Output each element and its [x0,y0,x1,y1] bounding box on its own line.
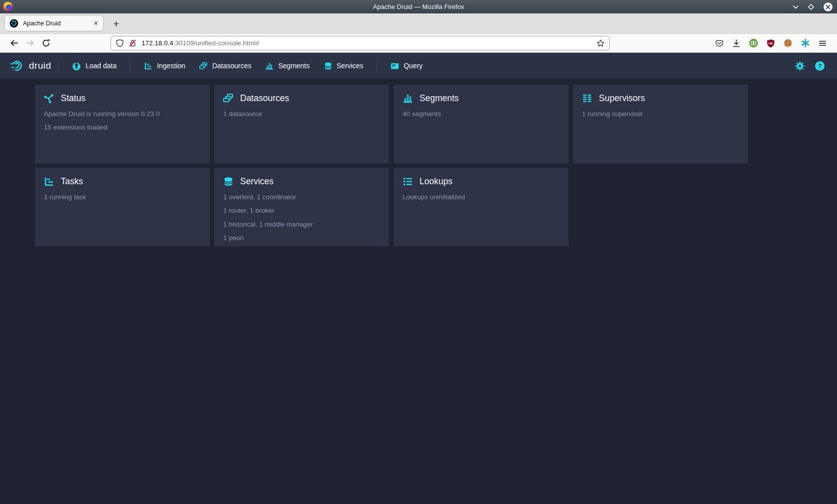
card-title: Segments [419,93,459,104]
multicolor-asterisk-icon[interactable] [801,38,810,48]
nav-item-label: Segments [278,62,309,70]
svg-text:UO: UO [769,41,773,44]
tab-favicon [9,19,18,28]
nav-item-label: Ingestion [157,62,185,70]
upload-icon [72,61,81,71]
nav-item-label: Query [404,62,422,70]
tasks-count-text: 1 running task [44,193,201,201]
stacked-bar-chart-icon [265,62,274,70]
tab-strip: Apache Druid × + [0,13,837,34]
menu-icon[interactable] [818,39,827,48]
url-bar[interactable]: 172.18.0.4:30109/unified-console.html# [111,36,610,50]
nav-item-label: Load data [86,62,117,70]
help-icon[interactable]: ? [815,61,825,71]
reload-icon[interactable] [38,36,54,51]
nav-item-ingestion[interactable]: Ingestion [137,53,192,79]
url-host: 172.18.0.4 [141,39,173,47]
nav-item-load-data[interactable]: Load data [65,53,124,79]
maximize-icon[interactable] [808,3,815,10]
window-title: Apache Druid — Mozilla Firefox [373,3,464,10]
database-icon [324,62,332,70]
datasources-card[interactable]: Datasources 1 datasource [214,85,389,163]
gantt-chart-icon [144,62,152,70]
header-divider [58,60,58,71]
extension-green-icon[interactable] [749,38,758,48]
tab-close-icon[interactable]: × [94,19,98,27]
tab-title: Apache Druid [23,20,89,27]
database-icon [223,176,234,187]
bookmark-star-icon[interactable] [596,39,605,47]
home-view: Status Apache Druid is running version 0… [0,79,837,247]
card-title: Datasources [240,93,289,104]
tab-apache-druid[interactable]: Apache Druid × [4,15,104,31]
lookups-status-text: Lookups uninitialized [403,193,559,201]
list-columns-icon [582,93,592,104]
stacked-windows-icon [199,62,208,70]
druid-logo-text: druid [29,60,51,71]
datasources-count-text: 1 datasource [223,110,380,118]
services-line: 1 peon [223,234,380,242]
nav-item-label: Services [337,62,364,70]
console-icon [391,62,399,70]
insecure-lock-icon[interactable] [129,39,137,47]
forward-icon[interactable] [22,36,38,51]
cookie-extension-icon[interactable] [783,38,793,48]
settings-gear-icon[interactable] [795,61,805,71]
ublock-origin-icon[interactable]: UO [766,39,775,48]
lookups-card[interactable]: Lookups Lookups uninitialized [394,168,568,247]
nav-item-datasources[interactable]: Datasources [192,53,259,79]
status-version-text: Apache Druid is running version 0.23.0 [44,110,201,118]
browser-toolbar: 172.18.0.4:30109/unified-console.html# [0,34,837,53]
supervisors-card[interactable]: Supervisors 1 running supervisor [573,85,748,163]
card-title: Tasks [61,176,83,187]
minimize-icon[interactable] [792,3,799,10]
header-divider [377,60,377,71]
card-title: Lookups [419,176,452,187]
druid-header: druid Load data Ingestion [0,53,837,79]
url-path: :30109/unified-console.html# [173,39,260,47]
card-title: Status [61,93,86,104]
card-title: Services [240,176,274,187]
nav-item-segments[interactable]: Segments [258,53,316,79]
stacked-windows-icon [223,93,234,104]
pocket-icon[interactable] [715,39,724,48]
tasks-card[interactable]: Tasks 1 running task [35,168,210,247]
gantt-chart-icon [44,176,54,187]
services-line: 1 overlord, 1 coordinator [223,193,380,201]
stacked-bar-chart-icon [403,93,413,104]
nav-item-label: Datasources [212,62,252,70]
tracking-shield-icon[interactable] [116,39,124,47]
services-card[interactable]: Services 1 overlord, 1 coordinator 1 rou… [214,168,389,247]
close-icon[interactable] [823,2,833,12]
druid-logo[interactable]: druid [10,59,51,72]
header-divider [130,60,131,71]
graph-icon [44,93,54,104]
nav-item-query[interactable]: Query [384,53,429,79]
services-line: 1 historical, 1 middle manager [223,221,380,228]
properties-list-icon [403,176,413,187]
nav-item-services[interactable]: Services [317,53,371,79]
back-icon[interactable] [6,36,22,51]
status-card[interactable]: Status Apache Druid is running version 0… [35,85,210,163]
firefox-logo [2,1,13,12]
card-title: Supervisors [599,93,645,104]
supervisors-count-text: 1 running supervisor [582,110,739,118]
status-extensions-text: 15 extensions loaded [44,124,201,131]
services-line: 1 router, 1 broker [223,207,380,214]
segments-card[interactable]: Segments 40 segments [394,85,568,163]
downloads-icon[interactable] [732,39,741,48]
url-text: 172.18.0.4:30109/unified-console.html# [141,39,259,47]
window-titlebar: Apache Druid — Mozilla Firefox [0,0,837,13]
new-tab-button[interactable]: + [113,18,119,29]
segments-count-text: 40 segments [403,110,559,118]
svg-text:?: ? [818,62,822,69]
